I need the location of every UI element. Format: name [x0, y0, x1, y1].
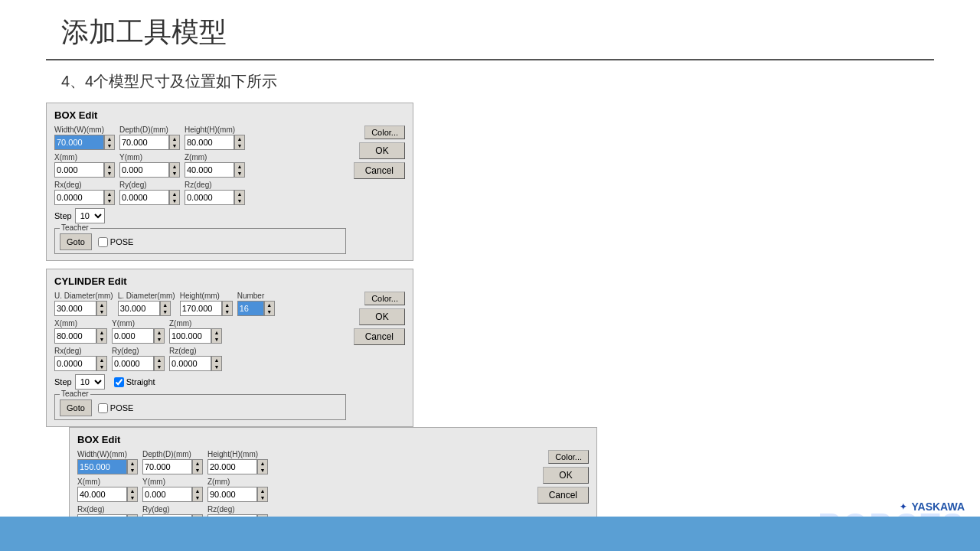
box1-z-input[interactable]: [185, 162, 234, 178]
cyl1-step-select[interactable]: 10: [75, 374, 105, 390]
box1-rx-label: Rx(deg): [54, 181, 115, 189]
cyl1-ud-spin[interactable]: ▲▼: [96, 301, 107, 316]
box2-width-input[interactable]: [77, 459, 127, 474]
cyl1-rx-input[interactable]: [54, 356, 96, 371]
box1-z-label: Z(mm): [185, 153, 245, 161]
box1-y-spin[interactable]: ▲▼: [169, 162, 180, 178]
box1-height-label: Height(H)(mm): [185, 126, 245, 134]
cyl1-number-input[interactable]: [237, 301, 264, 316]
cyl1-step-label: Step: [54, 377, 72, 386]
box2-y-spin[interactable]: ▲▼: [192, 487, 203, 502]
cyl1-y-label: Y(mm): [112, 319, 165, 328]
cyl1-panel: CYLINDER Edit U. Diameter(mm) ▲▼: [46, 269, 413, 427]
box1-y-label: Y(mm): [119, 153, 180, 161]
cyl1-number-spin[interactable]: ▲▼: [264, 301, 275, 316]
box2-title: BOX Edit: [77, 434, 589, 445]
box1-ry-input[interactable]: [119, 190, 169, 205]
box1-x-spin[interactable]: ▲▼: [104, 162, 115, 178]
box2-rz-label: Rz(deg): [207, 505, 268, 514]
box1-x-label: X(mm): [54, 153, 115, 161]
box2-cancel-button[interactable]: Cancel: [537, 487, 589, 504]
box1-width-spin[interactable]: ▲▼: [104, 135, 115, 150]
box2-x-input[interactable]: [77, 487, 127, 502]
cyl1-pose-checkbox[interactable]: [98, 403, 108, 413]
cyl1-ud-label: U. Diameter(mm): [54, 292, 113, 300]
box2-x-label: X(mm): [77, 478, 138, 486]
cyl1-z-label: Z(mm): [169, 319, 222, 328]
cyl1-straight-checkbox[interactable]: [114, 377, 124, 387]
cyl1-ld-input[interactable]: [118, 301, 160, 316]
box2-ok-button[interactable]: OK: [543, 467, 589, 484]
box2-color-button[interactable]: Color...: [548, 450, 589, 464]
box2-y-input[interactable]: [142, 487, 192, 502]
box1-ok-button[interactable]: OK: [359, 142, 405, 159]
box1-pose-checkbox[interactable]: [98, 237, 108, 247]
box1-goto-button[interactable]: Goto: [60, 233, 92, 250]
box1-rx-input[interactable]: [54, 190, 104, 205]
cyl1-height-spin[interactable]: ▲▼: [222, 301, 233, 316]
box2-depth-label: Depth(D)(mm): [142, 450, 203, 458]
cyl1-z-input[interactable]: [169, 328, 211, 344]
cyl1-rz-label: Rz(deg): [169, 347, 222, 355]
cyl1-rx-label: Rx(deg): [54, 347, 107, 355]
box1-title: BOX Edit: [54, 109, 405, 121]
cyl1-ry-input[interactable]: [112, 356, 154, 371]
box1-cancel-button[interactable]: Cancel: [354, 162, 405, 179]
box2-height-input[interactable]: [207, 459, 257, 474]
box2-rx-label: Rx(deg): [77, 505, 138, 514]
box2-depth-input[interactable]: [142, 459, 192, 474]
cyl1-rz-input[interactable]: [169, 356, 211, 371]
box1-step-label: Step: [54, 211, 72, 220]
box2-depth-spin[interactable]: ▲▼: [192, 459, 203, 474]
box1-step-select[interactable]: 10: [75, 208, 105, 223]
box2-width-label: Width(W)(mm): [77, 450, 138, 458]
box1-width-input[interactable]: [54, 135, 104, 150]
cyl1-ud-input[interactable]: [54, 301, 96, 316]
subtitle: 4、4个模型尺寸及位置如下所示: [0, 60, 980, 103]
cyl1-height-label: Height(mm): [180, 292, 233, 300]
box1-height-spin[interactable]: ▲▼: [234, 135, 245, 150]
cyl1-ld-spin[interactable]: ▲▼: [160, 301, 171, 316]
box1-rz-label: Rz(deg): [185, 181, 245, 189]
box2-y-label: Y(mm): [142, 478, 203, 486]
box1-depth-input[interactable]: [119, 135, 169, 150]
box1-ry-label: Ry(deg): [119, 181, 180, 189]
box2-height-label: Height(H)(mm): [207, 450, 268, 458]
box2-height-spin[interactable]: ▲▼: [257, 459, 268, 474]
box2-z-input[interactable]: [207, 487, 257, 502]
box2-x-spin[interactable]: ▲▼: [127, 487, 138, 502]
box1-depth-spin[interactable]: ▲▼: [169, 135, 180, 150]
page-title: 添加工具模型: [0, 0, 980, 59]
box1-pose-label: POSE: [110, 237, 134, 246]
box2-z-spin[interactable]: ▲▼: [257, 487, 268, 502]
cyl1-y-input[interactable]: [112, 328, 154, 344]
cyl1-ld-label: L. Diameter(mm): [118, 292, 175, 300]
box2-width-spin[interactable]: ▲▼: [127, 459, 138, 474]
cyl1-cancel-button[interactable]: Cancel: [354, 328, 405, 345]
cyl1-rx-spin[interactable]: ▲▼: [96, 356, 107, 371]
box2-ry-label: Ry(deg): [142, 505, 203, 514]
box1-y-input[interactable]: [119, 162, 169, 178]
cyl1-height-input[interactable]: [180, 301, 222, 316]
cyl1-y-spin[interactable]: ▲▼: [154, 328, 165, 344]
cyl1-z-spin[interactable]: ▲▼: [211, 328, 222, 344]
cyl1-number-label: Number: [237, 292, 275, 300]
box1-height-input[interactable]: [185, 135, 234, 150]
cyl1-x-input[interactable]: [54, 328, 96, 344]
cyl1-title: CYLINDER Edit: [54, 276, 405, 287]
cyl1-goto-button[interactable]: Goto: [60, 399, 92, 416]
box1-rx-spin[interactable]: ▲▼: [104, 190, 115, 205]
cyl1-color-button[interactable]: Color...: [364, 292, 405, 305]
cyl1-rz-spin[interactable]: ▲▼: [211, 356, 222, 371]
cyl1-x-label: X(mm): [54, 319, 107, 328]
footer-bar: [0, 517, 980, 551]
box1-rz-spin[interactable]: ▲▼: [234, 190, 245, 205]
box1-color-button[interactable]: Color...: [364, 126, 405, 139]
box1-ry-spin[interactable]: ▲▼: [169, 190, 180, 205]
cyl1-ok-button[interactable]: OK: [359, 308, 405, 325]
cyl1-x-spin[interactable]: ▲▼: [96, 328, 107, 344]
box1-z-spin[interactable]: ▲▼: [234, 162, 245, 178]
box1-rz-input[interactable]: [185, 190, 234, 205]
cyl1-ry-spin[interactable]: ▲▼: [154, 356, 165, 371]
box1-x-input[interactable]: [54, 162, 104, 178]
